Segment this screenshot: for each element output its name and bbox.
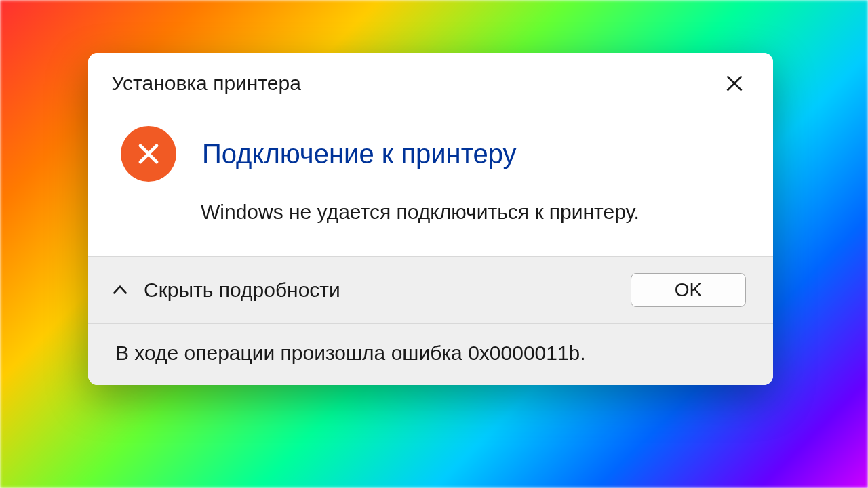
- details-text: В ходе операции произошла ошибка 0x00000…: [115, 342, 586, 364]
- details-panel: В ходе операции произошла ошибка 0x00000…: [88, 323, 773, 385]
- dialog-action-bar: Скрыть подробности OK: [88, 256, 773, 323]
- dialog-content: Подключение к принтеру Windows не удаетс…: [88, 106, 773, 256]
- chevron-up-icon: [111, 281, 129, 299]
- dialog-message: Windows не удается подключиться к принте…: [201, 201, 746, 224]
- dialog-title: Установка принтера: [111, 72, 301, 95]
- close-button[interactable]: [719, 68, 750, 99]
- details-toggle[interactable]: Скрыть подробности: [111, 279, 340, 302]
- error-icon: [121, 126, 176, 182]
- dialog-header-row: Подключение к принтеру: [121, 126, 746, 182]
- details-toggle-label: Скрыть подробности: [144, 279, 340, 302]
- error-dialog: Установка принтера Подключение к принтер…: [88, 53, 773, 385]
- ok-button[interactable]: OK: [631, 273, 746, 307]
- dialog-heading: Подключение к принтеру: [202, 139, 517, 169]
- close-icon: [725, 74, 744, 93]
- dialog-titlebar: Установка принтера: [88, 53, 773, 106]
